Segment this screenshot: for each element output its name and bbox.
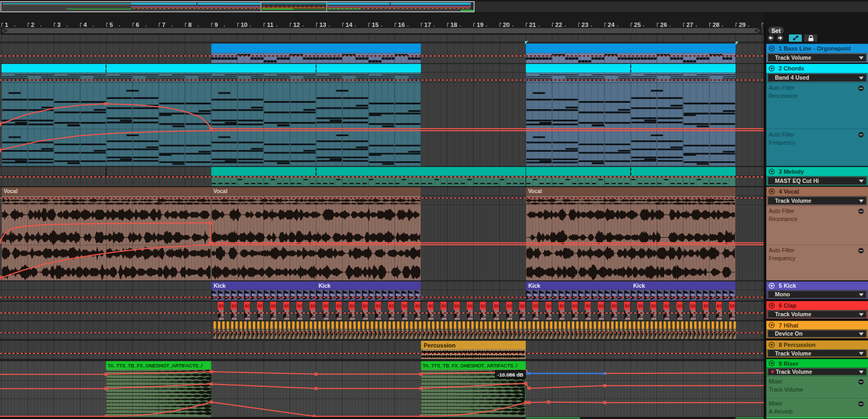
svg-text:5 Kick: 5 Kick bbox=[779, 282, 796, 289]
svg-text:22: 22 bbox=[555, 22, 562, 28]
svg-text:Resonance: Resonance bbox=[769, 93, 798, 99]
svg-text:80: 80 bbox=[598, 303, 604, 309]
svg-text:Track Volume: Track Volume bbox=[775, 311, 811, 317]
svg-text:24: 24 bbox=[608, 22, 615, 28]
svg-text:23: 23 bbox=[582, 22, 589, 28]
svg-text:80: 80 bbox=[402, 303, 407, 309]
svg-text:4: 4 bbox=[83, 22, 87, 28]
svg-text:6 Clap: 6 Clap bbox=[779, 302, 796, 309]
svg-text:Device On: Device On bbox=[775, 330, 802, 337]
svg-text:14: 14 bbox=[345, 22, 352, 28]
svg-text:Kick: Kick bbox=[528, 282, 540, 289]
svg-text:10: 10 bbox=[241, 22, 248, 28]
svg-text:80: 80 bbox=[245, 303, 250, 309]
svg-text:Auto Filter: Auto Filter bbox=[769, 84, 795, 91]
svg-text:Auto Filter: Auto Filter bbox=[769, 247, 795, 253]
svg-text:80: 80 bbox=[271, 303, 276, 309]
svg-text:80: 80 bbox=[533, 303, 539, 309]
svg-text:1: 1 bbox=[5, 22, 9, 28]
svg-text:4 Vocal: 4 Vocal bbox=[779, 188, 799, 195]
svg-text:-10.086 dB: -10.086 dB bbox=[498, 372, 524, 378]
svg-text:28: 28 bbox=[712, 22, 719, 28]
svg-text:80: 80 bbox=[468, 303, 473, 309]
svg-text:80: 80 bbox=[284, 303, 290, 309]
svg-text:80: 80 bbox=[612, 303, 617, 309]
svg-text:13: 13 bbox=[319, 22, 326, 28]
svg-text:80: 80 bbox=[730, 303, 735, 309]
svg-text:80: 80 bbox=[218, 303, 224, 309]
svg-text:18: 18 bbox=[450, 22, 457, 28]
svg-text:80: 80 bbox=[454, 303, 460, 309]
svg-text:5: 5 bbox=[110, 22, 114, 28]
svg-text:80: 80 bbox=[664, 303, 669, 309]
svg-text:Track Volume: Track Volume bbox=[775, 350, 811, 357]
svg-text:80: 80 bbox=[493, 303, 499, 309]
svg-text:80: 80 bbox=[507, 303, 512, 309]
svg-text:80: 80 bbox=[559, 303, 564, 309]
svg-text:80: 80 bbox=[428, 303, 434, 309]
svg-text:11: 11 bbox=[267, 22, 274, 28]
svg-text:80: 80 bbox=[585, 303, 591, 309]
svg-text:80: 80 bbox=[231, 303, 237, 309]
svg-text:2 Chords: 2 Chords bbox=[779, 65, 805, 72]
svg-text:TA_TTS_TB_FX_ONESHOT_ARTIFACTS: TA_TTS_TB_FX_ONESHOT_ARTIFACTS_/ bbox=[108, 363, 202, 368]
svg-text:80: 80 bbox=[336, 303, 342, 309]
svg-text:Kick: Kick bbox=[214, 282, 225, 289]
svg-text:26: 26 bbox=[660, 22, 667, 28]
svg-text:Frequency: Frequency bbox=[769, 139, 796, 146]
svg-text:8 Percussion: 8 Percussion bbox=[779, 342, 816, 348]
svg-text:TA_TTS_TB_FX_ONESHOT_ARTIFACTS: TA_TTS_TB_FX_ONESHOT_ARTIFACTS_/ bbox=[422, 363, 517, 368]
svg-text:80: 80 bbox=[297, 303, 302, 309]
svg-text:80: 80 bbox=[258, 303, 263, 309]
svg-text:8: 8 bbox=[188, 22, 192, 28]
svg-text:27: 27 bbox=[686, 22, 693, 28]
svg-text:Track Volume: Track Volume bbox=[776, 368, 813, 375]
svg-text:Kick: Kick bbox=[319, 282, 330, 289]
svg-text:Mixer: Mixer bbox=[769, 400, 783, 407]
svg-text:Vocal: Vocal bbox=[528, 188, 542, 194]
svg-text:Vocal: Vocal bbox=[4, 188, 18, 194]
svg-text:80: 80 bbox=[363, 303, 368, 309]
svg-text:80: 80 bbox=[677, 303, 682, 309]
svg-text:17: 17 bbox=[424, 22, 431, 28]
svg-text:9 Riser: 9 Riser bbox=[779, 360, 799, 367]
svg-text:21: 21 bbox=[529, 22, 536, 28]
svg-text:Auto Filter: Auto Filter bbox=[769, 131, 795, 138]
svg-text:80: 80 bbox=[323, 303, 329, 309]
svg-text:A-Reverb: A-Reverb bbox=[769, 408, 793, 415]
svg-text:15: 15 bbox=[372, 22, 379, 28]
svg-text:Mixer: Mixer bbox=[769, 378, 783, 385]
svg-text:1 Bass Line - Orgonapont: 1 Bass Line - Orgonapont bbox=[779, 45, 851, 52]
svg-text:80: 80 bbox=[349, 303, 355, 309]
svg-text:Track Volume: Track Volume bbox=[775, 197, 811, 204]
svg-text:80: 80 bbox=[703, 303, 709, 309]
svg-text:Kick: Kick bbox=[633, 282, 645, 289]
svg-text:80: 80 bbox=[389, 303, 394, 309]
svg-text:7: 7 bbox=[162, 22, 165, 28]
svg-text:80: 80 bbox=[520, 303, 525, 309]
svg-text:12: 12 bbox=[293, 22, 300, 28]
svg-text:80: 80 bbox=[717, 303, 722, 309]
svg-text:80: 80 bbox=[625, 303, 630, 309]
svg-text:Auto Filter: Auto Filter bbox=[769, 208, 795, 214]
svg-text:29: 29 bbox=[739, 22, 746, 28]
svg-text:MAST EQ Cut Hi: MAST EQ Cut Hi bbox=[775, 177, 819, 184]
svg-text:80: 80 bbox=[690, 303, 696, 309]
svg-text:Percussion: Percussion bbox=[424, 342, 456, 349]
svg-text:19: 19 bbox=[477, 22, 484, 28]
svg-text:80: 80 bbox=[546, 303, 552, 309]
svg-text:3: 3 bbox=[57, 22, 60, 28]
svg-text:Track Volume: Track Volume bbox=[769, 386, 803, 393]
svg-text:20: 20 bbox=[503, 22, 510, 28]
svg-text:2: 2 bbox=[31, 22, 34, 28]
svg-text:Resonance: Resonance bbox=[769, 216, 798, 222]
svg-text:6: 6 bbox=[136, 22, 139, 28]
svg-text:16: 16 bbox=[398, 22, 405, 28]
svg-text:80: 80 bbox=[376, 303, 381, 309]
svg-text:80: 80 bbox=[638, 303, 643, 309]
svg-text:Track Volume: Track Volume bbox=[775, 54, 811, 61]
svg-text:80: 80 bbox=[415, 303, 420, 309]
svg-text:80: 80 bbox=[481, 303, 486, 309]
svg-text:Vocal: Vocal bbox=[214, 188, 228, 194]
svg-text:7 Hihat: 7 Hihat bbox=[779, 322, 799, 329]
